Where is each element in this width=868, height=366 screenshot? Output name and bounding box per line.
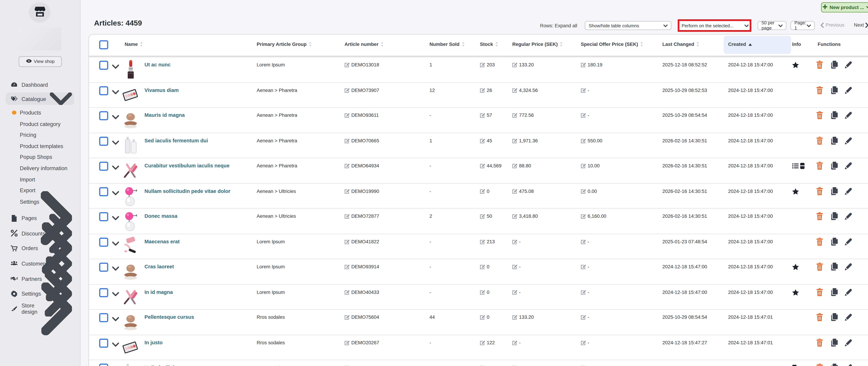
article-number-cell[interactable]: DEMO93611 (344, 112, 379, 118)
duplicate-button[interactable] (831, 86, 838, 94)
row-checkbox[interactable] (99, 136, 108, 145)
product-name-link[interactable]: Vivamus diam (145, 87, 179, 93)
delete-button[interactable] (816, 338, 823, 346)
product-name-link[interactable]: Nulla facilisi (145, 365, 174, 366)
expand-row-icon[interactable] (112, 188, 119, 193)
row-checkbox[interactable] (99, 237, 108, 247)
delete-button[interactable] (816, 162, 823, 170)
delete-button[interactable] (816, 237, 823, 245)
product-name-link[interactable]: In justo (145, 340, 162, 345)
regular-price-cell[interactable]: 133.20 (512, 62, 534, 67)
per-page-dropdown[interactable]: 50 per page (757, 21, 786, 30)
special-price-cell[interactable]: 10.00 (580, 163, 600, 169)
article-number-cell[interactable]: DEMO70665 (344, 138, 379, 143)
expand-row-icon[interactable] (112, 87, 119, 92)
edit-button[interactable] (845, 237, 852, 245)
row-checkbox[interactable] (99, 364, 108, 366)
delete-button[interactable] (816, 61, 823, 69)
regular-price-cell[interactable]: 475.08 (512, 188, 534, 194)
perform-on-selected-dropdown[interactable]: Perform on the selected... (681, 22, 750, 30)
sidebar-subitem-products[interactable]: Products (6, 107, 74, 118)
special-price-cell[interactable]: - (580, 314, 589, 320)
edit-button[interactable] (845, 61, 852, 69)
column-header-article[interactable]: Article number (345, 35, 384, 54)
edit-button[interactable] (845, 86, 852, 94)
previous-page-button[interactable]: Previous (820, 22, 844, 28)
duplicate-button[interactable] (831, 262, 838, 271)
product-name-link[interactable]: Nullam sollicitudin pede vitae dolor (145, 188, 230, 194)
delete-button[interactable] (816, 187, 823, 195)
duplicate-button[interactable] (831, 338, 838, 346)
regular-price-cell[interactable]: 3,418.80 (512, 213, 538, 219)
special-price-cell[interactable]: - (580, 264, 589, 270)
regular-price-cell[interactable]: 133.20 (512, 314, 534, 320)
row-checkbox[interactable] (99, 212, 108, 221)
stock-cell[interactable]: 213 (479, 238, 495, 244)
product-name-link[interactable]: Curabitur vestibulum iaculis neque (145, 163, 229, 169)
stock-cell[interactable]: 0 (479, 314, 489, 320)
edit-button[interactable] (845, 212, 852, 220)
stock-cell[interactable]: 203 (479, 62, 495, 67)
sidebar-subitem-import[interactable]: Import (6, 174, 74, 185)
regular-price-cell[interactable]: - (512, 238, 521, 244)
edit-button[interactable] (845, 338, 852, 346)
special-price-cell[interactable]: 180.19 (580, 62, 602, 67)
special-price-cell[interactable]: 6,160.00 (580, 213, 606, 219)
row-checkbox[interactable] (99, 111, 108, 120)
product-name-link[interactable]: Maecenas erat (145, 238, 180, 244)
stock-cell[interactable]: 0 (479, 289, 489, 295)
duplicate-button[interactable] (831, 61, 838, 69)
edit-button[interactable] (845, 162, 852, 170)
article-number-cell[interactable]: DEMO13018 (344, 62, 379, 67)
special-price-cell[interactable]: - (580, 238, 589, 244)
special-price-cell[interactable]: 0.00 (580, 188, 597, 194)
edit-button[interactable] (845, 111, 852, 119)
sidebar-subitem-delivery-information[interactable]: Delivery information (6, 163, 74, 174)
product-name-link[interactable]: Mauris id magna (145, 112, 185, 118)
regular-price-cell[interactable]: 4,324.56 (512, 87, 538, 93)
show-hide-columns-dropdown[interactable]: Show/hide table columns (585, 21, 671, 30)
row-checkbox[interactable] (99, 162, 108, 171)
special-price-cell[interactable]: - (580, 87, 589, 93)
row-checkbox[interactable] (99, 61, 108, 70)
edit-button[interactable] (845, 262, 852, 271)
sidebar-subitem-product-category[interactable]: Product category (6, 118, 74, 130)
expand-row-icon[interactable] (112, 137, 119, 142)
delete-button[interactable] (816, 111, 823, 119)
article-number-cell[interactable]: DEMO64934 (344, 163, 379, 169)
stock-cell[interactable]: 13 (479, 365, 492, 366)
expand-all-link[interactable]: Expand all (555, 23, 577, 28)
delete-button[interactable] (816, 288, 823, 296)
expand-row-icon[interactable] (112, 213, 119, 218)
expand-row-icon[interactable] (112, 263, 119, 268)
edit-button[interactable] (845, 313, 852, 321)
sidebar-item-dashboard[interactable]: Dashboard (6, 79, 74, 90)
regular-price-cell[interactable]: 1,971.36 (512, 138, 538, 143)
product-name-link[interactable]: Cras laoreet (145, 264, 174, 270)
column-header-special-price[interactable]: Special Offer Price (SEK) (581, 35, 643, 54)
expand-row-icon[interactable] (112, 61, 119, 66)
delete-button[interactable] (816, 313, 823, 321)
stock-cell[interactable]: 57 (479, 112, 492, 118)
stock-cell[interactable]: 0 (479, 264, 489, 270)
product-name-link[interactable]: Donec massa (145, 213, 177, 219)
article-number-cell[interactable]: DEMO19990 (344, 188, 379, 194)
sidebar-item-catalogue[interactable]: Catalogue (6, 92, 74, 105)
page-dropdown[interactable]: Page: 1 (790, 21, 815, 30)
regular-price-cell[interactable]: - (512, 289, 521, 295)
row-checkbox[interactable] (99, 187, 108, 196)
column-header-created[interactable]: Created (728, 35, 752, 54)
expand-row-icon[interactable] (112, 339, 119, 344)
expand-row-icon[interactable] (112, 288, 119, 293)
delete-button[interactable] (816, 136, 823, 144)
column-header-regular-price[interactable]: Regular Price (SEK) (512, 35, 563, 54)
special-price-cell[interactable]: - (580, 340, 589, 345)
duplicate-button[interactable] (831, 162, 838, 170)
article-number-cell[interactable]: DEMO42635 (344, 365, 379, 366)
article-number-cell[interactable]: DEMO20267 (344, 340, 379, 345)
delete-button[interactable] (816, 262, 823, 271)
stock-cell[interactable]: 26 (479, 87, 492, 93)
edit-button[interactable] (845, 364, 852, 366)
product-name-link[interactable]: Ut ac nunc (145, 62, 170, 67)
next-page-button[interactable]: Next (854, 22, 868, 28)
